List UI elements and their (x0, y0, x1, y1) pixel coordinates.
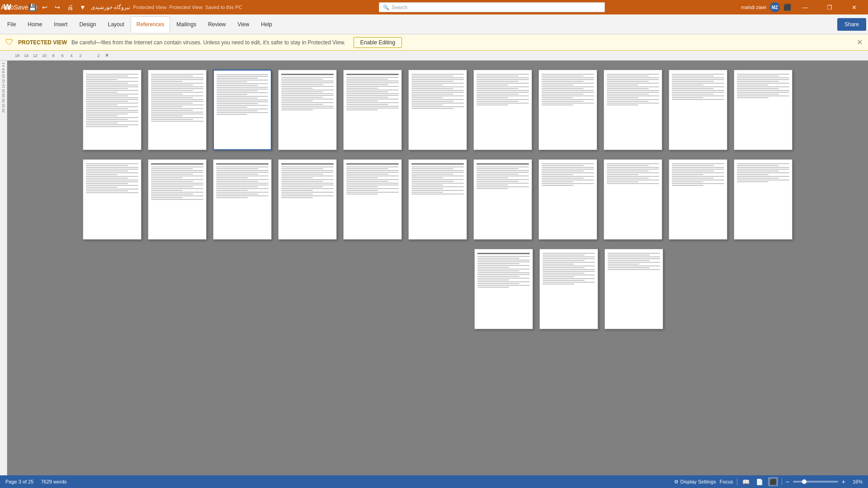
pages-row-3 (212, 249, 663, 329)
page-thumbnail-13[interactable] (148, 159, 207, 240)
page-thumbnail-18[interactable] (473, 159, 532, 240)
page-thumbnail-10[interactable] (669, 70, 727, 150)
tab-help[interactable]: Help (255, 16, 278, 33)
page-thumbnail-17[interactable] (408, 159, 467, 240)
tab-file[interactable]: File (2, 16, 21, 33)
status-bar-left: Page 3 of 25 7629 words (5, 479, 66, 484)
minimize-button[interactable]: — (795, 0, 816, 14)
page-thumbnail-22[interactable] (734, 159, 793, 240)
tab-references[interactable]: References (131, 16, 170, 33)
display-settings-icon: ⚙ (674, 479, 679, 485)
page-thumbnail-19[interactable] (538, 159, 597, 240)
zoom-level: 16% (849, 479, 863, 484)
search-placeholder: Search (392, 5, 408, 10)
redo-button[interactable]: ↪ (52, 2, 63, 13)
vertical-ruler: 2 4 6 8 10 12 14 16 18 20 22 26 (0, 61, 7, 475)
zoom-plus-button[interactable]: + (842, 478, 845, 485)
title-bar-right: mahdi ziaei MZ ⬛ — ❐ ✕ (741, 0, 864, 14)
page-thumbnail-12[interactable] (83, 159, 142, 240)
status-bar: Page 3 of 25 7629 words ⚙ Display Settin… (0, 475, 868, 488)
zoom-minus-button[interactable]: − (786, 478, 789, 485)
read-mode-button[interactable]: 📖 (741, 477, 751, 486)
page-thumbnail-21[interactable] (669, 159, 727, 240)
title-bar-left: W AutoSave Off 💾 ↩ ↪ 🖨 ▼ نیروگاه خورشیدی… (4, 2, 242, 13)
print-layout-button[interactable]: 📄 (755, 477, 764, 486)
tab-design[interactable]: Design (74, 16, 101, 33)
horizontal-ruler: 18 14 12 10 8 6 4 2 2 ✕ (0, 51, 868, 61)
word-count: 7629 words (41, 479, 66, 484)
page-thumbnail-2[interactable] (148, 70, 207, 150)
page-thumbnail-11[interactable] (734, 70, 793, 150)
pages-row-1 (83, 70, 793, 150)
page-thumbnail-3[interactable] (213, 70, 272, 150)
view-mode-label: Protected View (133, 5, 166, 10)
ribbon: File Home Insert Design Layout Reference… (0, 14, 868, 34)
page-thumbnail-15[interactable] (278, 159, 337, 240)
save-status: Saved to this PC (205, 5, 242, 10)
user-name: mahdi ziaei (741, 5, 766, 10)
web-layout-button[interactable]: ⬛ (768, 477, 778, 486)
protected-view-label: PROTECTED VIEW (18, 39, 67, 46)
page-thumbnail-9[interactable] (604, 70, 662, 150)
tab-review[interactable]: Review (203, 16, 231, 33)
status-divider-2 (782, 478, 782, 485)
main-area: 2 4 6 8 10 12 14 16 18 20 22 26 (0, 61, 868, 475)
enable-editing-button[interactable]: Enable Editing (354, 37, 402, 48)
page-thumbnail-16[interactable] (343, 159, 402, 240)
page-thumbnail-25[interactable] (604, 249, 663, 329)
ribbon-toggle-icon[interactable]: ⬛ (783, 4, 791, 11)
tab-insert[interactable]: Insert (48, 16, 73, 33)
autosave-toggle[interactable]: AutoSave Off (14, 2, 25, 13)
page-thumbnail-7[interactable] (473, 70, 532, 150)
page-thumbnail-23[interactable] (474, 249, 533, 329)
title-bar: W AutoSave Off 💾 ↩ ↪ 🖨 ▼ نیروگاه خورشیدی… (0, 0, 868, 14)
page-thumbnail-14[interactable] (213, 159, 272, 240)
undo-button[interactable]: ↩ (39, 2, 50, 13)
user-avatar[interactable]: MZ (770, 2, 780, 12)
protected-view-bar: 🛡 PROTECTED VIEW Be careful—files from t… (0, 34, 868, 51)
autosave-label: AutoSave (1, 4, 28, 11)
page-content-1 (86, 74, 138, 146)
focus-button[interactable]: Focus (720, 479, 733, 484)
page-thumbnail-8[interactable] (538, 70, 597, 150)
tab-layout[interactable]: Layout (103, 16, 130, 33)
page-thumbnail-5[interactable] (343, 70, 402, 150)
protected-view-message: Be careful—files from the Internet can c… (71, 39, 345, 46)
search-box[interactable]: 🔍 Search (379, 2, 605, 12)
page-thumbnail-6[interactable] (408, 70, 467, 150)
zoom-thumb (802, 479, 807, 484)
close-protected-bar-button[interactable]: ✕ (857, 38, 863, 47)
title-bar-center: 🔍 Search (242, 2, 741, 12)
save-status-label: Protected View (169, 5, 203, 10)
document-canvas[interactable] (7, 61, 868, 475)
page-thumbnail-20[interactable] (604, 159, 662, 240)
shield-icon: 🛡 (5, 38, 14, 47)
customize-qa-button[interactable]: ▼ (77, 2, 88, 13)
page-thumbnail-24[interactable] (539, 249, 598, 329)
display-settings-button[interactable]: ⚙ Display Settings (674, 479, 716, 485)
restore-button[interactable]: ❐ (819, 0, 840, 14)
share-button[interactable]: Share (837, 18, 866, 31)
doc-title: نیروگاه خورشیدی (91, 4, 130, 10)
page-thumbnail-1[interactable] (83, 70, 142, 150)
tab-home[interactable]: Home (22, 16, 47, 33)
tab-mailings[interactable]: Mailings (171, 16, 202, 33)
print-button[interactable]: 🖨 (65, 2, 75, 13)
search-icon: 🔍 (383, 5, 389, 10)
tab-view[interactable]: View (232, 16, 255, 33)
quick-access-toolbar: AutoSave Off 💾 ↩ ↪ 🖨 ▼ (14, 2, 88, 13)
pages-row-2 (83, 159, 793, 240)
save-button[interactable]: 💾 (27, 2, 38, 13)
close-button[interactable]: ✕ (844, 0, 864, 14)
status-bar-right: ⚙ Display Settings Focus 📖 📄 ⬛ − + 16% (674, 477, 863, 486)
page-info: Page 3 of 25 (5, 479, 33, 484)
ruler-marker: ✕ (105, 52, 109, 58)
ruler-numbers: 18 14 12 10 8 6 4 2 2 ✕ (9, 52, 109, 58)
zoom-slider[interactable] (793, 481, 838, 483)
page-thumbnail-4[interactable] (278, 70, 337, 150)
status-divider (737, 478, 737, 485)
